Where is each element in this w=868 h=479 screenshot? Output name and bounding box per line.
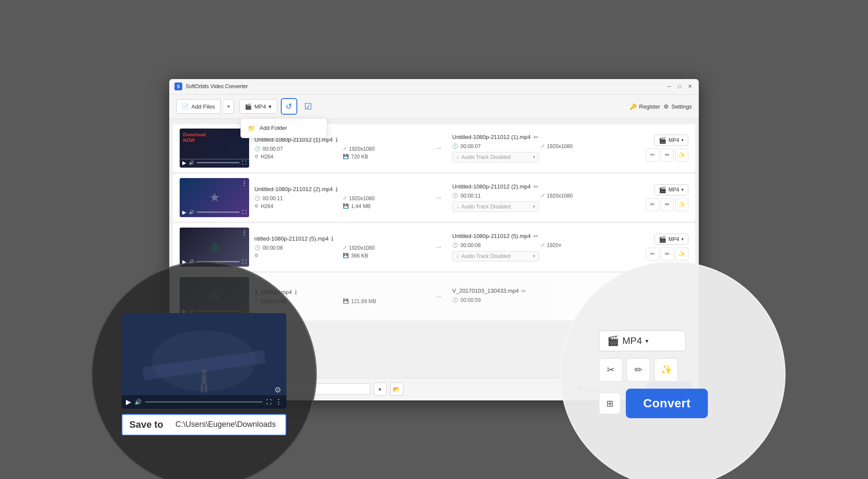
folder-icon: 📂 [393,386,400,393]
app-window: S SoftOrbits Video Converter ─ □ ✕ 📄 Add… [169,79,699,400]
audio-track-dropdown[interactable]: ♪ Audio Track Disabled ▾ [452,202,539,212]
cut-button[interactable]: ✂ [646,248,659,261]
add-files-dropdown-menu: 📁 Add Folder [240,118,327,138]
progress-bar [197,211,240,213]
zoom-circle-right: 🎬 MP4 ▾ ✂ ✏ ✨ ⊞ Convert [560,261,786,479]
film-icon: 🎬 [607,335,619,347]
edit-icon[interactable]: ✏ [533,233,539,240]
expand-icon[interactable]: ⛶ [242,210,247,215]
info-icon[interactable]: ℹ [331,235,333,242]
minimize-button[interactable]: ─ [666,83,673,90]
magic-button[interactable]: ✨ [675,149,688,162]
convert-button-zoom[interactable]: Convert [626,389,708,418]
info-icon[interactable]: ℹ [335,186,338,193]
format-selector-button[interactable]: 🎬 MP4 ▾ [239,99,277,114]
add-files-dropdown-button[interactable]: ▾ [224,99,234,114]
arrow-icon: → [434,192,443,202]
magic-button[interactable]: ✨ [675,198,688,211]
codec-icon: ⚙ [254,203,259,209]
thumbnail-2: ★ ▶ 🔊 ⛶ ⋮ [180,178,249,217]
edit-button[interactable]: ✏ [661,248,674,261]
clock-icon: 🕐 [254,195,260,201]
format-badge[interactable]: 🎬 MP4 ▾ [654,135,688,146]
window-title: SoftOrbits Video Converter [186,83,666,89]
save-path-zoom: C:\Users\Eugene\Downloads [170,416,286,433]
format-badge[interactable]: 🎬 MP4 ▾ [654,234,688,245]
format-actions: ✂ ✏ ✨ [646,248,688,261]
film-icon: 🎬 [659,186,666,193]
table-row: 🌲 ▶ 🔊 ⛶ ⋮ ntitled-1080p-211012 (5).mp4 ℹ [173,223,695,271]
browse-folder-button[interactable]: 📂 [390,383,403,396]
more-options-icon[interactable]: ⋮ [275,398,282,406]
play-icon[interactable]: ▶ [182,209,186,215]
info-icon[interactable]: ℹ [295,289,297,296]
cut-button[interactable]: ✂ [646,198,659,211]
clock-icon: 🕐 [452,297,458,303]
add-files-button[interactable]: 📄 Add Files [176,99,220,114]
info-icon[interactable]: ℹ [335,136,338,143]
format-icon: 🎬 [245,103,252,110]
size-icon: 💾 [343,154,349,159]
file-info-2: Untitled-1080p-211012 (2).mp4 ℹ 🕐 00:00:… [254,186,424,209]
restore-button[interactable]: □ [676,83,683,90]
register-button[interactable]: 🔑 Register [630,103,660,110]
file-name: ntitled-1080p-211012 (5).mp4 [254,235,329,242]
audio-track-dropdown[interactable]: ♪ Audio Track Disabled ▾ [452,251,539,261]
zoom-format-button[interactable]: 🎬 MP4 ▾ [599,330,686,351]
refresh-button[interactable]: ↺ [281,98,297,115]
edit-icon[interactable]: ✏ [521,287,526,294]
edit-button[interactable]: ✏ [661,198,674,211]
thumbnail-3: 🌲 ▶ 🔊 ⛶ ⋮ [180,228,249,267]
play-icon[interactable]: ▶ [126,398,131,406]
file-info-3: ntitled-1080p-211012 (5).mp4 ℹ 🕐 00:00:0… [254,235,424,259]
check-button[interactable]: ☑ [301,99,316,114]
resize-icon: ⤢ [343,245,347,251]
add-files-icon: 📄 [182,103,189,110]
film-icon: 🎬 [659,236,666,243]
zoom-video-frame: ▶ 🔊 ⛶ ⋮ ⚙ [122,313,286,409]
chevron-down-icon: ▾ [533,155,535,159]
table-row: ★ ▶ 🔊 ⛶ ⋮ Untitled-1080p-211012 (2).mp4 … [173,174,695,221]
audio-track-dropdown[interactable]: ♪ Audio Track Disabled ▾ [452,152,539,162]
magic-button-zoom[interactable]: ✨ [654,358,678,382]
cut-button-zoom[interactable]: ✂ [599,358,622,382]
close-button[interactable]: ✕ [687,83,694,90]
edit-icon[interactable]: ✏ [533,183,539,190]
expand-icon[interactable]: ⛶ [242,160,247,165]
volume-icon[interactable]: 🔊 [189,210,194,215]
svg-rect-2 [201,384,204,393]
size-icon: 💾 [343,298,349,304]
resize-icon: ⤢ [343,146,347,152]
codec-icon: ⚙ [254,154,259,159]
path-dropdown-button[interactable]: ▾ [374,383,387,396]
zoom-circle-left: ▶ 🔊 ⛶ ⋮ ⚙ Save to C:\Users\Eugene\Downlo… [91,261,317,479]
grid-view-button-zoom[interactable]: ⊞ [599,393,621,414]
cut-button[interactable]: ✂ [646,149,659,162]
format-actions: ✂ ✏ ✨ [646,149,688,162]
audio-icon: ♪ [456,204,459,210]
more-options-icon[interactable]: ⋮ [241,229,247,236]
settings-button[interactable]: ⚙ Settings [664,103,692,110]
magic-button[interactable]: ✨ [675,248,688,261]
output-info-1: Untitled-1080p-211012 (1).mp4 ✏ 🕐 00:00:… [452,134,622,162]
settings-icon[interactable]: ⚙ [274,385,281,395]
expand-icon[interactable]: ⛶ [242,259,247,264]
size-icon: 💾 [343,203,349,209]
play-icon[interactable]: ▶ [182,160,186,166]
format-actions: ✂ ✏ ✨ [646,198,688,211]
person-silhouette [197,367,210,393]
volume-icon[interactable]: 🔊 [189,160,194,165]
audio-icon: ♪ [456,154,459,160]
format-badge[interactable]: 🎬 MP4 ▾ [654,184,688,195]
arrow-icon: → [434,291,443,301]
volume-icon[interactable]: 🔊 [135,399,141,405]
key-icon: 🔑 [630,103,637,110]
edit-button-zoom[interactable]: ✏ [627,358,650,382]
clock-icon: 🕐 [452,242,458,248]
more-options-icon[interactable]: ⋮ [241,180,247,187]
add-folder-item[interactable]: 📁 Add Folder [241,120,327,136]
edit-icon[interactable]: ✏ [533,134,539,141]
format-col-1: 🎬 MP4 ▾ ✂ ✏ ✨ [628,135,688,162]
expand-icon[interactable]: ⛶ [266,399,272,405]
edit-button[interactable]: ✏ [661,149,674,162]
